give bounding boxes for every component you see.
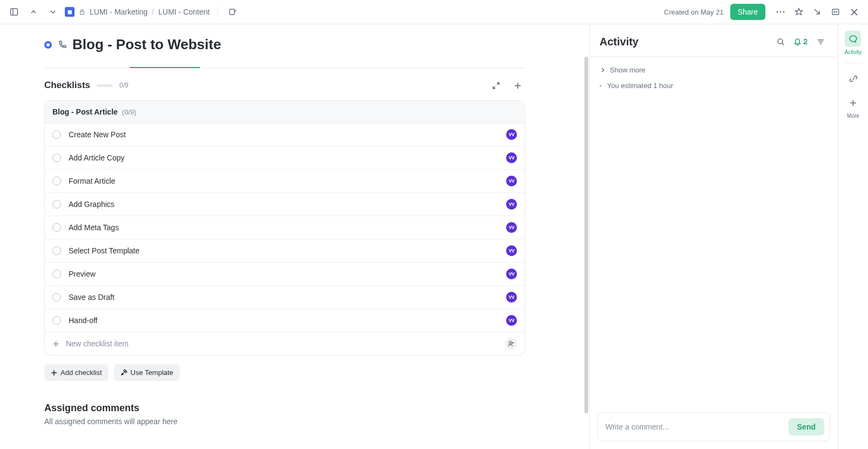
- checkbox-circle[interactable]: [52, 270, 61, 278]
- assign-user-icon[interactable]: [505, 338, 517, 350]
- notification-count: 2: [803, 37, 808, 46]
- breadcrumb-parent[interactable]: LUMI - Marketing: [90, 8, 147, 16]
- checklist-item-label: Add Graphics: [69, 200, 499, 209]
- rail-more[interactable]: More: [845, 95, 862, 119]
- plus-icon: [845, 95, 862, 111]
- assignee-avatar[interactable]: VV: [506, 199, 517, 210]
- checkbox-circle[interactable]: [52, 246, 61, 255]
- more-menu-icon[interactable]: [773, 4, 788, 19]
- checklist-group-name: Blog - Post Article: [52, 108, 118, 116]
- rail-link[interactable]: [845, 71, 862, 87]
- assignee-avatar[interactable]: VV: [506, 315, 517, 326]
- status-circle-icon[interactable]: [44, 41, 52, 49]
- svg-rect-0: [11, 9, 18, 15]
- checklist-item-label: Create New Post: [69, 130, 499, 139]
- breadcrumb-current[interactable]: LUMI - Content: [158, 8, 210, 16]
- checklist-item-label: Add Meta Tags: [69, 223, 499, 232]
- send-button[interactable]: Send: [789, 418, 824, 435]
- checkbox-circle[interactable]: [52, 223, 61, 232]
- add-checklist-icon[interactable]: [510, 78, 525, 93]
- checkbox-circle[interactable]: [52, 316, 61, 325]
- star-icon[interactable]: [791, 4, 806, 19]
- svg-point-17: [509, 341, 512, 344]
- created-on-label: Created on May 21: [664, 8, 724, 16]
- show-more-button[interactable]: Show more: [600, 63, 828, 77]
- rail-more-label: More: [847, 113, 859, 119]
- assigned-comments-heading: Assigned comments: [44, 403, 525, 414]
- rail-activity-label: Activity: [845, 49, 862, 55]
- checklist-item-label: Format Article: [69, 177, 499, 185]
- svg-rect-3: [230, 9, 234, 15]
- search-icon[interactable]: [773, 34, 788, 49]
- checkbox-circle[interactable]: [52, 153, 61, 162]
- svg-marker-7: [796, 9, 803, 15]
- expand-icon[interactable]: [828, 4, 843, 19]
- assignee-avatar[interactable]: VV: [506, 269, 517, 279]
- checklists-progress-text: 0/9: [119, 82, 129, 89]
- assignee-avatar[interactable]: VV: [506, 222, 517, 233]
- divider: [217, 6, 218, 17]
- comment-composer[interactable]: Send: [597, 412, 830, 441]
- close-icon[interactable]: [846, 4, 862, 19]
- add-checklist-button[interactable]: Add checklist: [44, 364, 109, 381]
- plus-icon: [52, 340, 59, 347]
- new-checklist-item-input[interactable]: [66, 339, 499, 348]
- checkbox-circle[interactable]: [52, 200, 61, 209]
- checklists-heading: Checklists: [44, 80, 90, 91]
- assignee-avatar[interactable]: VV: [506, 129, 517, 140]
- checklist-item[interactable]: Format Article VV: [45, 170, 524, 193]
- svg-point-10: [836, 11, 837, 12]
- open-new-tab-icon[interactable]: [225, 4, 240, 19]
- comment-input[interactable]: [605, 423, 783, 431]
- workspace-icon: ▦: [65, 7, 75, 17]
- checkbox-circle[interactable]: [52, 177, 61, 185]
- page-title[interactable]: Blog - Post to Website: [72, 36, 221, 53]
- checklist-item[interactable]: Select Post Template VV: [45, 239, 524, 263]
- assignee-avatar[interactable]: VV: [506, 292, 517, 303]
- svg-point-22: [778, 39, 783, 44]
- rail-activity[interactable]: Activity: [845, 31, 862, 55]
- new-checklist-item-row[interactable]: [45, 332, 524, 355]
- assignee-avatar[interactable]: VV: [506, 176, 517, 186]
- use-template-label: Use Template: [131, 368, 173, 377]
- checklist-group: Blog - Post Article (0/9) Create New Pos…: [44, 100, 525, 356]
- assignee-avatar[interactable]: VV: [506, 245, 517, 256]
- breadcrumb-separator: /: [152, 8, 154, 16]
- checkbox-circle[interactable]: [52, 130, 61, 139]
- filter-icon[interactable]: [813, 34, 828, 49]
- tab-underline: [44, 63, 525, 68]
- checklist-item[interactable]: Create New Post VV: [45, 123, 524, 146]
- next-task-icon[interactable]: [45, 4, 60, 19]
- share-button[interactable]: Share: [730, 4, 765, 20]
- checklist-item-label: Add Article Copy: [69, 153, 499, 162]
- svg-point-4: [777, 11, 778, 13]
- use-template-button[interactable]: Use Template: [114, 364, 180, 381]
- sidebar-toggle-icon[interactable]: [6, 4, 22, 19]
- add-checklist-label: Add checklist: [60, 368, 102, 377]
- link-icon: [845, 71, 862, 87]
- checklist-item[interactable]: Add Graphics VV: [45, 193, 524, 216]
- notification-badge[interactable]: 2: [793, 37, 808, 46]
- rail-divider: [845, 63, 862, 63]
- checklist-item-label: Hand-off: [69, 316, 499, 325]
- expand-checklist-icon[interactable]: [488, 78, 503, 93]
- checkbox-circle[interactable]: [52, 293, 61, 301]
- checklist-item[interactable]: Save as Draft VV: [45, 286, 524, 309]
- prev-task-icon[interactable]: [26, 4, 41, 19]
- activity-entry: You estimated 1 hour: [600, 77, 828, 94]
- checklist-item[interactable]: Hand-off VV: [45, 309, 524, 332]
- show-more-label: Show more: [610, 66, 645, 74]
- svg-point-9: [834, 11, 835, 12]
- collapse-icon[interactable]: [810, 4, 825, 19]
- breadcrumb: ▦ LUMI - Marketing / LUMI - Content: [65, 7, 210, 17]
- activity-entry-text: You estimated 1 hour: [607, 82, 673, 90]
- checklist-item-label: Save as Draft: [69, 293, 499, 301]
- checklist-item[interactable]: Preview VV: [45, 263, 524, 286]
- checklist-group-header[interactable]: Blog - Post Article (0/9): [45, 101, 524, 123]
- svg-point-6: [783, 11, 785, 13]
- assignee-avatar[interactable]: VV: [506, 152, 517, 163]
- scrollbar[interactable]: [584, 57, 588, 413]
- checklist-item[interactable]: Add Article Copy VV: [45, 146, 524, 170]
- assigned-comments-empty: All assigned comments will appear here: [44, 417, 525, 426]
- checklist-item[interactable]: Add Meta Tags VV: [45, 216, 524, 239]
